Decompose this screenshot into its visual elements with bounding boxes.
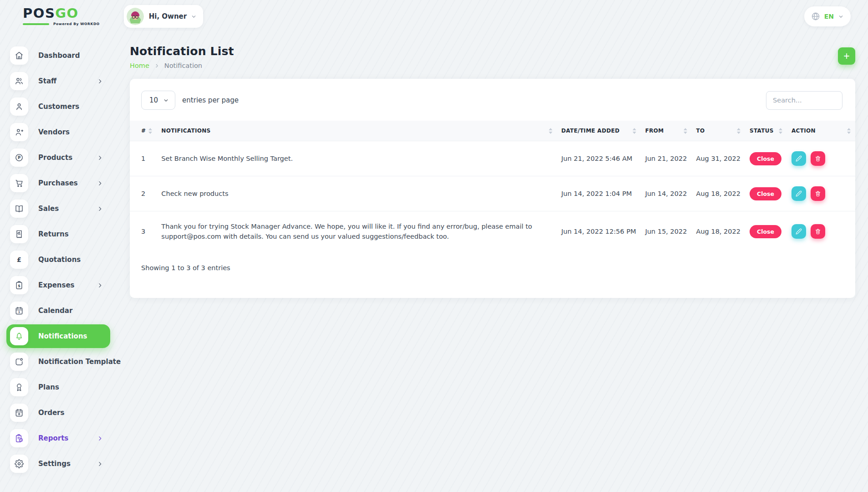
sidebar-item-quotations[interactable]: £Quotations (6, 248, 110, 272)
sidebar-item-notifications[interactable]: Notifications (6, 324, 110, 348)
home-icon (10, 46, 28, 65)
logo-subline: Powered By WORKDO (23, 22, 100, 26)
sidebar-item-label: Sales (38, 205, 59, 213)
chevron-right-icon (97, 436, 103, 441)
sidebar-item-label: Products (38, 154, 72, 162)
user-menu[interactable]: Hi, Owner (124, 5, 203, 28)
svg-text:£: £ (17, 256, 21, 263)
sidebar-item-label: Expenses (38, 281, 75, 289)
sort-icon[interactable] (148, 128, 152, 134)
app-logo[interactable]: POSGO Powered By WORKDO (23, 7, 100, 26)
sidebar-item-settings[interactable]: Settings (6, 452, 110, 476)
edit-button[interactable] (791, 224, 806, 239)
sidebar-item-customers[interactable]: Customers (6, 95, 110, 118)
logo-go: GO (55, 5, 78, 21)
column-label: STATUS (750, 128, 774, 134)
status-badge[interactable]: Close (750, 187, 781, 200)
action-cell (787, 176, 855, 211)
chevron-down-icon (191, 14, 197, 20)
sidebar-item-dashboard[interactable]: Dashboard (6, 44, 110, 67)
sidebar-item-label: Reports (38, 434, 68, 442)
sidebar-item-plans[interactable]: Plans (6, 375, 110, 399)
edit-button[interactable] (791, 151, 806, 166)
pencil-icon (796, 155, 802, 162)
language-selector[interactable]: EN (804, 6, 851, 26)
status-cell: Close (745, 211, 787, 252)
table-header-row: #NOTIFICATIONSDATE/TIME ADDEDFROMTOSTATU… (130, 121, 855, 141)
breadcrumb-home-link[interactable]: Home (130, 62, 149, 69)
sales-icon (10, 200, 28, 218)
delete-button[interactable] (811, 224, 825, 239)
sort-icon[interactable] (684, 128, 687, 134)
column-header-[interactable]: # (130, 121, 157, 141)
sidebar-item-sales[interactable]: Sales (6, 197, 110, 220)
sort-icon[interactable] (737, 128, 740, 134)
sort-icon[interactable] (779, 128, 782, 134)
chevron-right-icon (97, 78, 103, 84)
main-content: Notification List Home Notification + 10… (115, 33, 868, 298)
status-badge[interactable]: Close (750, 152, 781, 165)
sidebar-item-label: Notifications (38, 332, 87, 340)
status-badge[interactable]: Close (750, 225, 781, 238)
sort-icon[interactable] (633, 128, 636, 134)
sidebar: DashboardStaffCustomersVendorsPProductsP… (0, 33, 115, 477)
datetime-added: Jun 14, 2022 1:04 PM (557, 176, 641, 211)
page-size-select[interactable]: 10 (141, 91, 175, 110)
quotations-icon: £ (10, 251, 28, 269)
column-header-to[interactable]: TO (692, 121, 745, 141)
globe-icon (811, 12, 820, 21)
products-icon: P (10, 149, 28, 167)
trash-icon (815, 190, 821, 197)
from-date: Jun 15, 2022 (641, 211, 692, 252)
datetime-added: Jun 21, 2022 5:46 AM (557, 141, 641, 176)
sidebar-item-label: Plans (38, 383, 59, 391)
expenses-icon: $ (10, 276, 28, 294)
user-greeting: Hi, Owner (149, 12, 187, 20)
sidebar-item-returns[interactable]: Returns (6, 222, 110, 246)
svg-text:P: P (18, 155, 20, 160)
trash-icon (815, 155, 821, 162)
notification-text: Check new products (157, 176, 557, 211)
chevron-right-icon (97, 282, 103, 288)
page-title: Notification List (130, 45, 234, 58)
sort-icon[interactable] (549, 128, 552, 134)
language-label: EN (824, 13, 834, 20)
sidebar-item-label: Staff (38, 77, 56, 85)
status-cell: Close (745, 176, 787, 211)
from-date: Jun 21, 2022 (641, 141, 692, 176)
sidebar-item-orders[interactable]: Orders (6, 401, 110, 425)
column-label: # (141, 128, 146, 134)
sidebar-item-reports[interactable]: Reports (6, 426, 110, 450)
action-cell (787, 141, 855, 176)
sidebar-item-label: Vendors (38, 128, 70, 136)
chevron-down-icon (838, 14, 844, 20)
sidebar-item-staff[interactable]: Staff (6, 69, 110, 93)
chevron-down-icon (163, 97, 169, 103)
entries-per-page-label: entries per page (182, 96, 239, 104)
sort-icon[interactable] (847, 128, 851, 134)
sidebar-item-notification-template[interactable]: Notification Template (6, 350, 110, 374)
chevron-right-icon (97, 180, 103, 186)
add-notification-button[interactable]: + (838, 47, 855, 65)
column-header-notifications[interactable]: NOTIFICATIONS (157, 121, 557, 141)
column-header-from[interactable]: FROM (641, 121, 692, 141)
sidebar-item-purchases[interactable]: Purchases (6, 171, 110, 195)
delete-button[interactable] (811, 151, 825, 166)
from-date: Jun 14, 2022 (641, 176, 692, 211)
row-number: 1 (130, 141, 157, 176)
logo-tagline: Powered By WORKDO (53, 22, 100, 26)
sidebar-item-calendar[interactable]: 1Calendar (6, 299, 110, 323)
column-header-date-time-added[interactable]: DATE/TIME ADDED (557, 121, 641, 141)
sidebar-item-label: Quotations (38, 256, 81, 264)
column-header-action[interactable]: ACTION (787, 121, 855, 141)
settings-icon (10, 455, 28, 473)
delete-button[interactable] (811, 186, 825, 201)
sidebar-item-products[interactable]: PProducts (6, 146, 110, 169)
sidebar-item-label: Purchases (38, 179, 78, 187)
plans-icon (10, 378, 28, 396)
sidebar-item-vendors[interactable]: Vendors (6, 120, 110, 144)
edit-button[interactable] (791, 186, 806, 201)
sidebar-item-expenses[interactable]: $Expenses (6, 273, 110, 297)
search-input[interactable] (766, 91, 842, 110)
column-header-status[interactable]: STATUS (745, 121, 787, 141)
